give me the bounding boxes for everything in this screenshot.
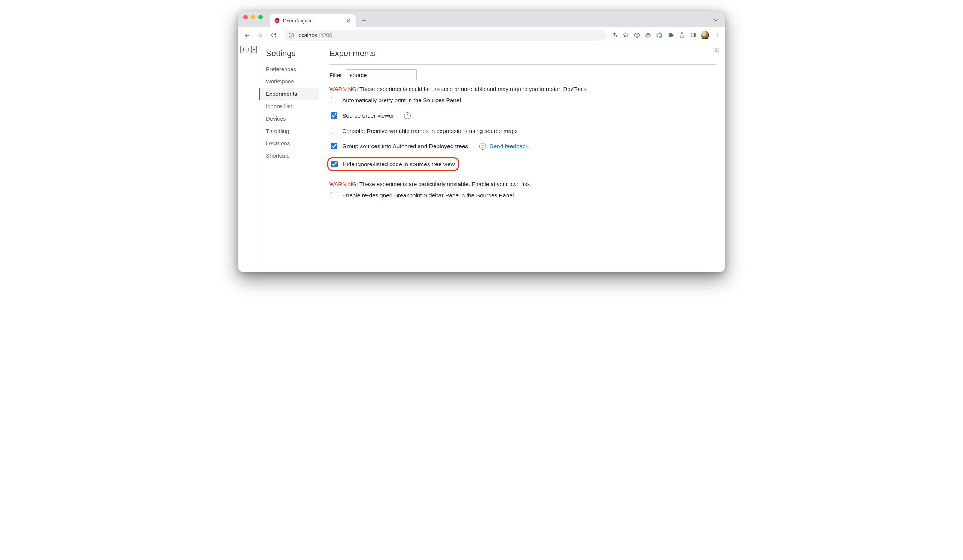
filter-row: Filter [329, 65, 716, 81]
settings-nav: Preferences Workspace Experiments Ignore… [266, 63, 319, 162]
warning-2: WARNING: These experiments are particula… [329, 181, 716, 187]
help-icon[interactable]: ? [479, 143, 486, 150]
svg-point-15 [717, 36, 717, 37]
extensions-puzzle-icon[interactable] [667, 32, 674, 39]
nav-locations[interactable]: Locations [259, 137, 319, 149]
window-zoom-button[interactable] [258, 15, 263, 19]
exp-checkbox-group-sources[interactable] [331, 143, 337, 149]
url-text: localhost:4200 [297, 32, 332, 38]
filter-input[interactable] [345, 69, 417, 81]
site-info-icon[interactable] [288, 32, 294, 38]
nav-preferences[interactable]: Preferences [259, 63, 319, 75]
nav-experiments[interactable]: Experiments [259, 87, 319, 100]
browser-tab[interactable]: DemoAngular [269, 14, 356, 27]
exp-row-console-resolve: Console: Resolve variable names in expre… [329, 126, 716, 135]
svg-point-7 [648, 35, 650, 37]
nav-reload-button[interactable] [268, 29, 279, 41]
increment-button[interactable]: + [240, 46, 247, 53]
nav-shortcuts[interactable]: Shortcuts [259, 149, 319, 162]
exp-label-hide-ignore: Hide ignore-listed code in sources tree … [343, 161, 455, 168]
bookmark-star-icon[interactable] [622, 32, 629, 39]
svg-point-6 [646, 35, 648, 37]
browser-window: DemoAngular [238, 11, 725, 272]
send-feedback-link[interactable]: Send feedback [490, 143, 528, 150]
exp-row-auto-pretty: Automatically pretty print in the Source… [329, 96, 716, 104]
warning-1-text: These experiments could be unstable or u… [358, 86, 588, 92]
browser-menu-icon[interactable] [713, 32, 720, 39]
warning-1: WARNING: These experiments could be unst… [329, 86, 716, 92]
exp-row-hide-ignore: Hide ignore-listed code in sources tree … [329, 157, 716, 171]
svg-rect-1 [291, 35, 291, 36]
extension-face-icon[interactable] [634, 32, 640, 39]
nav-ignore-list[interactable]: Ignore List [259, 100, 319, 112]
window-minimize-button[interactable] [251, 15, 255, 19]
address-bar[interactable]: localhost:4200 [284, 29, 606, 41]
svg-rect-10 [660, 36, 661, 37]
angular-favicon-icon [274, 18, 280, 24]
nav-back-button[interactable] [241, 29, 252, 41]
filter-label: Filter [329, 72, 342, 78]
exp-checkbox-source-order[interactable] [331, 112, 337, 119]
svg-rect-2 [291, 34, 291, 34]
exp-label-source-order: Source order viewer [342, 112, 394, 119]
nav-devices[interactable]: Devices [259, 112, 319, 125]
experiments-list-unstable: Enable re-designed Breakpoint Sidebar Pa… [329, 191, 716, 199]
devtools-settings-panel: Settings Preferences Workspace Experimen… [259, 44, 725, 272]
share-icon[interactable] [611, 32, 618, 39]
counter-widget: + 0 - [240, 46, 256, 53]
svg-point-13 [717, 32, 717, 33]
svg-point-4 [636, 34, 637, 35]
exp-row-breakpoint-sidebar: Enable re-designed Breakpoint Sidebar Pa… [329, 191, 716, 199]
nav-workspace[interactable]: Workspace [259, 75, 319, 87]
settings-title: Settings [266, 49, 319, 58]
counter-value: 0 [247, 47, 251, 52]
warning-2-text: These experiments are particularly unsta… [358, 181, 531, 187]
panel-heading: Experiments [329, 49, 716, 58]
extension-flask-icon[interactable] [678, 32, 685, 39]
exp-row-source-order: Source order viewer ? [329, 111, 716, 120]
help-icon[interactable]: ? [404, 112, 411, 119]
tab-close-button[interactable] [346, 18, 351, 23]
content-area: + 0 - Settings Preferences Workspace Exp… [238, 44, 725, 272]
exp-label-console-resolve: Console: Resolve variable names in expre… [342, 128, 518, 134]
exp-checkbox-auto-pretty[interactable] [331, 97, 337, 103]
decrement-button[interactable]: - [251, 46, 256, 53]
warning-1-tag: WARNING: [329, 86, 358, 92]
page-body: + 0 - [238, 44, 259, 272]
window-titlebar: DemoAngular [238, 11, 725, 27]
nav-throttling[interactable]: Throttling [259, 125, 319, 137]
toolbar-actions [611, 31, 722, 39]
extension-binoculars-icon[interactable] [645, 32, 652, 39]
extension-target-icon[interactable] [656, 32, 663, 39]
settings-sidebar: Settings Preferences Workspace Experimen… [259, 44, 319, 272]
new-tab-button[interactable] [359, 15, 369, 26]
exp-checkbox-hide-ignore[interactable] [331, 161, 338, 167]
exp-row-group-sources: Group sources into Authored and Deployed… [329, 142, 716, 151]
svg-point-14 [717, 34, 717, 35]
experiments-list: Automatically pretty print in the Source… [329, 96, 716, 171]
settings-main: Experiments Filter WARNING: These experi… [319, 44, 725, 272]
exp-checkbox-console-resolve[interactable] [331, 128, 337, 134]
svg-point-3 [635, 32, 639, 37]
exp-label-group-sources: Group sources into Authored and Deployed… [342, 143, 468, 150]
window-close-button[interactable] [243, 15, 248, 19]
side-panel-icon[interactable] [690, 32, 696, 39]
exp-label-auto-pretty: Automatically pretty print in the Source… [342, 97, 461, 104]
tab-title: DemoAngular [283, 18, 343, 24]
browser-toolbar: localhost:4200 [238, 27, 725, 44]
svg-point-5 [637, 34, 638, 35]
window-controls [243, 11, 269, 27]
profile-avatar-button[interactable] [701, 31, 709, 39]
warning-2-tag: WARNING: [329, 181, 358, 187]
nav-forward-button[interactable] [255, 29, 266, 41]
tabs-dropdown-button[interactable] [711, 15, 721, 26]
highlight-annotation: Hide ignore-listed code in sources tree … [327, 157, 459, 171]
svg-rect-12 [694, 33, 695, 37]
exp-checkbox-breakpoint-sidebar[interactable] [331, 192, 337, 198]
exp-label-breakpoint-sidebar: Enable re-designed Breakpoint Sidebar Pa… [342, 192, 514, 199]
